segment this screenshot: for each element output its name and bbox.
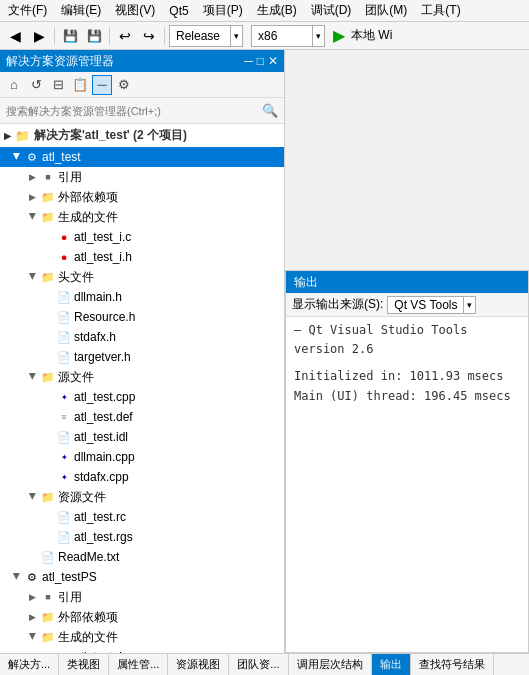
menu-debug[interactable]: 调试(D): [305, 0, 358, 21]
tree-item-extdep[interactable]: ▶ 📁 外部依赖项: [0, 187, 284, 207]
output-panel: 输出 显示输出来源(S): Qt VS Tools ▾ — Qt Visual …: [285, 270, 529, 653]
config-dropdown[interactable]: Release ▾: [169, 25, 243, 47]
float-icon[interactable]: □: [257, 54, 264, 68]
tree-container[interactable]: ▶ 📁 解决方案'atl_test' (2 个项目) ▶ ⚙ atl_test …: [0, 124, 284, 653]
expand-arrow-ref2: ▶: [24, 589, 40, 605]
file-icon-dllmain_cpp: ✦: [56, 449, 72, 465]
undo-btn[interactable]: ↩: [114, 25, 136, 47]
menu-tools[interactable]: 工具(T): [415, 0, 466, 21]
tab-classview[interactable]: 类视图: [59, 654, 109, 675]
tree-item-stdafx_h[interactable]: 📄 stdafx.h: [0, 327, 284, 347]
forward-btn[interactable]: ▶: [28, 25, 50, 47]
tree-item-atl_test_i_c[interactable]: ● atl_test_i.c: [0, 227, 284, 247]
run-button[interactable]: ▶: [333, 26, 345, 45]
tree-item-generated[interactable]: ▶ 📁 生成的文件: [0, 207, 284, 227]
stdafx_cpp-label: stdafx.cpp: [74, 470, 129, 484]
atl_test_cpp-label: atl_test.cpp: [74, 390, 135, 404]
back-btn[interactable]: ◀: [4, 25, 26, 47]
pin-icon[interactable]: ─: [244, 54, 253, 68]
tree-item-atl_test_rgs[interactable]: 📄 atl_test.rgs: [0, 527, 284, 547]
tree-item-atl_test_idl[interactable]: 📄 atl_test.idl: [0, 427, 284, 447]
tree-item-atl_test_cpp[interactable]: ✦ atl_test.cpp: [0, 387, 284, 407]
search-input[interactable]: [6, 105, 258, 117]
extdep-label: 外部依赖项: [58, 189, 118, 206]
tree-item-stdafx_cpp[interactable]: ✦ stdafx.cpp: [0, 467, 284, 487]
save-btn[interactable]: 💾: [59, 25, 81, 47]
tab-team[interactable]: 团队资...: [229, 654, 288, 675]
tree-item-atl_test_rc[interactable]: 📄 atl_test.rc: [0, 507, 284, 527]
tab-output[interactable]: 输出: [372, 654, 411, 675]
tree-item-atl_test_def[interactable]: ≡ atl_test.def: [0, 407, 284, 427]
sep1: [54, 27, 55, 45]
settings-btn[interactable]: ⚙: [114, 75, 134, 95]
output-content: — Qt Visual Studio Tools version 2.6 Ini…: [286, 317, 528, 652]
atl-testPS-label: atl_testPS: [42, 570, 97, 584]
project-icon-atl_testPS: ⚙: [24, 569, 40, 585]
redo-btn[interactable]: ↪: [138, 25, 160, 47]
tree-item-dllmain_cpp[interactable]: ✦ dllmain.cpp: [0, 447, 284, 467]
menu-project[interactable]: 项目(P): [197, 0, 249, 21]
tree-item-atl_testPS[interactable]: ▶ ⚙ atl_testPS: [0, 567, 284, 587]
tree-item-readme[interactable]: 📄 ReadMe.txt: [0, 547, 284, 567]
headers-icon: 📁: [40, 269, 56, 285]
close-icon[interactable]: ✕: [268, 54, 278, 68]
arch-dropdown[interactable]: x86 ▾: [251, 25, 325, 47]
ref2-icon: ■: [40, 589, 56, 605]
ref-icon: ■: [40, 169, 56, 185]
arch-label: x86: [252, 29, 312, 43]
tree-item-source[interactable]: ▶ 📁 源文件: [0, 367, 284, 387]
tree-item-resources[interactable]: ▶ 📁 资源文件: [0, 487, 284, 507]
tree-item-extdep2[interactable]: ▶ 📁 外部依赖项: [0, 607, 284, 627]
tree-item-generated2[interactable]: ▶ 📁 生成的文件: [0, 627, 284, 647]
tab-callhierarchy[interactable]: 调用层次结构: [289, 654, 372, 675]
atl_test_def-label: atl_test.def: [74, 410, 133, 424]
menu-file[interactable]: 文件(F): [2, 0, 53, 21]
properties-btn[interactable]: 📋: [70, 75, 90, 95]
menu-edit[interactable]: 编辑(E): [55, 0, 107, 21]
output-line-2: Initialized in: 1011.93 msecs: [294, 367, 520, 386]
tab-solution[interactable]: 解决方...: [0, 654, 59, 675]
tree-item-ref[interactable]: ▶ ■ 引用: [0, 167, 284, 187]
menu-team[interactable]: 团队(M): [359, 0, 413, 21]
panel-controls: ─ □ ✕: [244, 54, 278, 68]
expand-arrow-resources: ▶: [25, 488, 41, 504]
right-panel: 输出 显示输出来源(S): Qt VS Tools ▾ — Qt Visual …: [285, 50, 529, 653]
project-icon-atl_test: ⚙: [24, 149, 40, 165]
tree-item-targetver_h[interactable]: 📄 targetver.h: [0, 347, 284, 367]
home-btn[interactable]: ⌂: [4, 75, 24, 95]
tree-item-resource_h[interactable]: 📄 Resource.h: [0, 307, 284, 327]
expand-arrow-atl_testPS: ▶: [9, 568, 25, 584]
solution-root: ▶ 📁 解决方案'atl_test' (2 个项目): [0, 124, 284, 147]
resource_h-label: Resource.h: [74, 310, 135, 324]
tree-item-atl_test_i_c2[interactable]: ● atl_test_i.c: [0, 647, 284, 653]
tree-item-headers[interactable]: ▶ 📁 头文件: [0, 267, 284, 287]
tab-properties[interactable]: 属性管...: [109, 654, 168, 675]
atl_test_rgs-label: atl_test.rgs: [74, 530, 133, 544]
panel-toolbar: ⌂ ↺ ⊟ 📋 ─ ⚙: [0, 72, 284, 98]
source-icon: 📁: [40, 369, 56, 385]
refresh-btn[interactable]: ↺: [26, 75, 46, 95]
extdep-icon: 📁: [40, 189, 56, 205]
config-arrow-icon: ▾: [230, 26, 242, 46]
menu-qt5[interactable]: Qt5: [163, 0, 194, 21]
output-source-dropdown[interactable]: Qt VS Tools ▾: [387, 296, 476, 314]
tree-item-atl_test[interactable]: ▶ ⚙ atl_test: [0, 147, 284, 167]
menubar: 文件(F) 编辑(E) 视图(V) Qt5 项目(P) 生成(B) 调试(D) …: [0, 0, 529, 22]
tree-item-ref2[interactable]: ▶ ■ 引用: [0, 587, 284, 607]
menu-view[interactable]: 视图(V): [109, 0, 161, 21]
resources-label: 资源文件: [58, 489, 106, 506]
stdafx_h-label: stdafx.h: [74, 330, 116, 344]
filter-btn[interactable]: ─: [92, 75, 112, 95]
file-icon-resource_h: 📄: [56, 309, 72, 325]
tab-resourceview[interactable]: 资源视图: [168, 654, 229, 675]
save-all-btn[interactable]: 💾: [83, 25, 105, 47]
tree-item-dllmain_h[interactable]: 📄 dllmain.h: [0, 287, 284, 307]
extdep2-label: 外部依赖项: [58, 609, 118, 626]
solution-panel: 解决方案资源管理器 ─ □ ✕ ⌂ ↺ ⊟ 📋 ─ ⚙ 🔍 ▶ 📁 解决方案': [0, 50, 285, 653]
generated-label: 生成的文件: [58, 209, 118, 226]
tab-findsymbol[interactable]: 查找符号结果: [411, 654, 494, 675]
menu-build[interactable]: 生成(B): [251, 0, 303, 21]
tree-item-atl_test_i_h[interactable]: ● atl_test_i.h: [0, 247, 284, 267]
collapse-btn[interactable]: ⊟: [48, 75, 68, 95]
expand-arrow-headers: ▶: [25, 268, 41, 284]
